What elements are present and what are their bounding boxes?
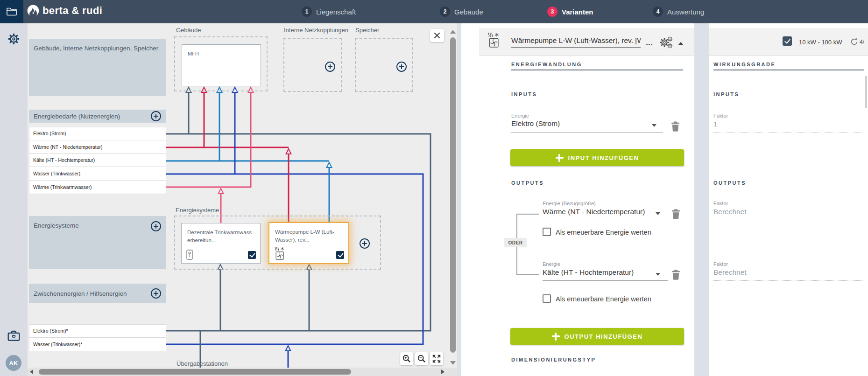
plus-icon	[552, 333, 560, 341]
field-underline	[543, 280, 668, 281]
scroll-down-arrow[interactable]	[450, 361, 456, 365]
diagram-canvas[interactable]: Gebäude, Interne Netzkopplungen, Speiche…	[28, 23, 457, 376]
add-energiebedarf-button[interactable]	[151, 111, 161, 121]
list-item[interactable]: Wasser (Trinkwasser)	[29, 167, 166, 181]
fit-view-button[interactable]	[430, 352, 443, 365]
zoom-toolbar	[400, 352, 443, 365]
field-dotted-underline	[713, 132, 864, 132]
vertical-scrollbar[interactable]	[449, 23, 457, 376]
zoom-in-button[interactable]	[400, 352, 413, 365]
faktor-value: Berechnet	[713, 268, 747, 277]
zoom-in-icon	[402, 354, 411, 363]
add-energiesystem-button[interactable]	[151, 221, 161, 231]
chevron-down-icon[interactable]	[652, 124, 656, 127]
output-energy-select[interactable]: Wärme (NT - Niedertemperatur)	[543, 208, 645, 216]
open-project-button[interactable]	[0, 0, 23, 23]
node-label: MFH	[182, 45, 261, 58]
list-item[interactable]: Wasser (Trinkwasser)*	[29, 338, 166, 351]
add-netzkopplung-button[interactable]	[325, 62, 335, 72]
outputs-header: OUTPUTS	[511, 180, 544, 186]
briefcase-icon[interactable]	[7, 329, 20, 342]
input-energy-label: Energie	[511, 113, 529, 118]
section-gebaeude-header: Gebäude, Interne Netzkopplungen, Speiche…	[29, 39, 166, 96]
delete-input-button[interactable]	[671, 121, 680, 132]
user-avatar[interactable]: AK	[6, 355, 21, 371]
oder-bracket	[516, 274, 539, 275]
add-zwischenenergie-button[interactable]	[151, 288, 161, 299]
close-canvas-button[interactable]	[430, 29, 444, 42]
node-waermepumpe[interactable]: Wärmepumpe L-W (Luft-Wasser), rev...	[268, 222, 349, 264]
faktor-label: Faktor	[713, 261, 728, 267]
gear-icon	[667, 43, 673, 49]
step-gebaeude[interactable]: 2 Gebäude	[440, 7, 483, 17]
section-label: Gebäude, Interne Netzkopplungen, Speiche…	[34, 45, 158, 52]
chevron-down-icon[interactable]	[656, 273, 660, 276]
more-options-icon[interactable]	[646, 44, 648, 45]
output-energy-select[interactable]: Kälte (HT - Hochtemperatur)	[543, 268, 634, 277]
oder-badge: ODER	[504, 238, 527, 247]
list-item[interactable]: Wärme (Trinkwarmwasser)	[29, 181, 166, 194]
section-label: Energiebedarfe (Nutzenergien)	[34, 113, 120, 120]
section-zwischenenergien-header: Zwischenenergien / Hilfsenergien	[29, 284, 166, 303]
node-mfh[interactable]: MFH	[182, 44, 261, 86]
list-item[interactable]: Wärme (NT - Niedertemperatur)	[29, 140, 166, 154]
energy-label: Wasser (Trinkwasser)	[33, 171, 80, 176]
refresh-icon[interactable]	[850, 38, 858, 46]
add-input-button[interactable]: INPUT HINZUFÜGEN	[510, 149, 684, 166]
vertical-scroll-thumb[interactable]	[450, 37, 456, 353]
group-label-energiesysteme: Energiesysteme	[176, 207, 219, 214]
list-item[interactable]: Kälte (HT - Hochtemperatur)	[29, 154, 166, 167]
delete-output-button[interactable]	[671, 209, 680, 219]
list-item[interactable]: Elektro (Strom)	[29, 127, 166, 140]
section-title-energiewandlung: ENERGIEWANDLUNG	[511, 62, 582, 67]
step-varianten[interactable]: 3 Varianten	[547, 7, 593, 17]
input-energy-select[interactable]: Elektro (Strom)	[511, 119, 560, 128]
faktor-label: Faktor	[713, 113, 728, 118]
add-output-button[interactable]: OUTPUT HINZUFÜGEN	[510, 328, 684, 345]
output-energy-label: Energie	[543, 261, 560, 267]
add-speicher-button[interactable]	[396, 62, 407, 72]
faktor-value[interactable]: 1	[713, 120, 718, 128]
scroll-right-arrow[interactable]	[441, 369, 445, 374]
add-energiesystem-node-button[interactable]	[360, 238, 370, 249]
step-auswertung[interactable]: 4 Auswertung	[653, 7, 704, 17]
settings-gear-icon[interactable]	[7, 33, 20, 45]
field-underline	[543, 220, 668, 220]
inputs-header: INPUTS	[511, 91, 537, 97]
chevron-down-icon[interactable]	[656, 212, 660, 215]
scroll-up-arrow[interactable]	[450, 30, 456, 34]
system-name-input[interactable]: Wärmepumpe L-W (Luft-Wasser), rev. [W	[511, 36, 641, 48]
horizontal-scroll-thumb[interactable]	[39, 369, 351, 375]
group-box-speicher	[355, 38, 413, 92]
power-range-checkbox[interactable]	[783, 36, 792, 46]
step-label: Liegenschaft	[316, 8, 356, 16]
renewable-energy-checkbox[interactable]	[543, 294, 551, 303]
aux-energy-row-list: Elektro (Strom)* Wasser (Trinkwasser)*	[29, 324, 166, 351]
node-dezentrale-trinkwarmwasser[interactable]: Dezentrale Trinkwarmwasserbereitun...	[181, 223, 261, 264]
list-item[interactable]: Elektro (Strom)*	[29, 324, 166, 338]
panel-scroll-thumb[interactable]	[865, 76, 867, 108]
field-underline	[511, 132, 663, 132]
step-label: Varianten	[562, 8, 593, 16]
delete-output-button[interactable]	[671, 270, 680, 280]
node-active-checkbox[interactable]	[248, 251, 256, 259]
horizontal-scrollbar[interactable]	[28, 368, 457, 376]
renewable-energy-checkbox[interactable]	[543, 228, 551, 236]
app-root: berta & rudi 1 Liegenschaft 2 Gebäude 3 …	[0, 0, 868, 376]
section-title-wirkungsgrade: WIRKUNGSGRADE	[713, 62, 776, 67]
wirkungsgrade-panel: 10 kW - 100 kW 4/ WIRKUNGSGRADE INPUTS F…	[709, 23, 868, 376]
step-number: 1	[302, 7, 312, 17]
step-number: 2	[440, 7, 450, 17]
top-bar: berta & rudi 1 Liegenschaft 2 Gebäude 3 …	[0, 0, 868, 23]
settings-gears-icon[interactable]	[659, 36, 675, 50]
node-active-checkbox[interactable]	[336, 251, 344, 259]
zoom-out-button[interactable]	[415, 352, 428, 365]
folder-icon	[6, 7, 17, 16]
collapse-panel-icon[interactable]	[678, 42, 684, 45]
step-number: 4	[653, 7, 663, 17]
step-liegenschaft[interactable]: 1 Liegenschaft	[302, 7, 356, 17]
zoom-out-icon	[417, 354, 426, 363]
inputs-header: INPUTS	[713, 91, 739, 97]
energy-label: Elektro (Strom)	[33, 131, 66, 136]
scroll-left-arrow[interactable]	[30, 369, 33, 374]
